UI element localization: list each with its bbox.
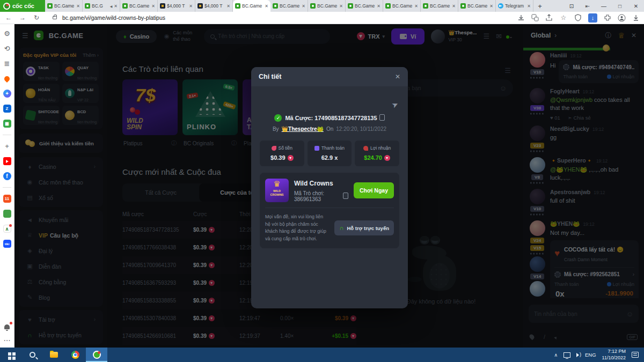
coccoc-brand-label: cốc cốc <box>12 3 34 9</box>
more-options-icon[interactable]: ⋯ <box>3 336 11 344</box>
bcgame-favicon <box>122 3 128 9</box>
trx-coin-icon <box>288 155 294 161</box>
tab-close-icon[interactable] <box>414 4 418 9</box>
browser-tab[interactable]: BC.Game <box>346 0 383 12</box>
maximize-button[interactable]: □ <box>612 3 628 9</box>
tab-close-icon[interactable] <box>452 4 456 9</box>
extensions-icon[interactable] <box>604 14 611 21</box>
bet-author-line: By 👑Thespectre🐸 On 12:20:20, 10/11/2022 <box>260 126 399 132</box>
action-center-icon[interactable] <box>632 352 639 358</box>
forward-icon[interactable]: → <box>18 14 27 21</box>
shop-sale-icon[interactable]: 11 <box>3 195 11 203</box>
stat-amount: Số tiền $0.39 <box>260 141 304 166</box>
copy-icon[interactable] <box>380 115 385 121</box>
tab-close-icon[interactable] <box>527 4 531 9</box>
tab-search-icon[interactable]: ⊡ <box>564 3 580 9</box>
tab-close-icon[interactable] <box>226 4 230 9</box>
back-icon[interactable]: ← <box>4 14 13 21</box>
notification-bell-icon[interactable] <box>3 323 11 331</box>
volume-icon[interactable] <box>576 353 579 357</box>
reload-icon[interactable]: ↻ <box>32 14 41 21</box>
browser-tab[interactable]: BC.Game <box>421 0 458 12</box>
shield-icon[interactable] <box>574 14 582 21</box>
minimize-button[interactable]: — <box>596 3 612 9</box>
download-active-icon[interactable]: ↓ <box>588 13 597 23</box>
window-controls: ⊡ ⇤ — □ ✕ <box>564 0 644 12</box>
close-window-button[interactable]: ✕ <box>628 3 644 9</box>
reading-list-icon[interactable]: ≣ <box>3 60 11 68</box>
tab-close-icon[interactable] <box>302 4 305 9</box>
tab-close-icon[interactable] <box>339 4 343 9</box>
clock[interactable]: 7:12 PM11/10/2022 <box>602 349 626 361</box>
divider <box>3 135 11 135</box>
browser-tab[interactable]: $4,000 T <box>195 0 233 12</box>
save-page-icon[interactable] <box>517 14 525 21</box>
crown-icon: ♛ <box>265 179 289 189</box>
tiki-icon[interactable]: tiki <box>3 240 11 248</box>
play-now-button[interactable]: Chơi Ngay <box>354 182 394 198</box>
tab-close-icon[interactable] <box>265 4 268 9</box>
url-field[interactable]: bc.game/vi/game/wild-crowns-by-platipus <box>62 14 512 21</box>
modal-close-icon[interactable]: ✕ <box>395 73 400 80</box>
bet-datetime: 12:20:20, 10/11/2022 <box>336 126 386 132</box>
tab-audio-icon[interactable] <box>110 3 113 9</box>
coccoc-taskbar-icon[interactable] <box>86 348 107 362</box>
bet-details-modal: Chi tiết ✕ ➤ ✓ Mã Cược: 1749085187347728… <box>251 67 408 308</box>
new-tab-button[interactable] <box>533 0 546 12</box>
bcgame-favicon <box>85 3 90 9</box>
session-restore-icon[interactable]: ⇤ <box>580 3 596 9</box>
games-icon[interactable]: ▦ <box>3 120 11 128</box>
live-support-button[interactable]: ∩Hỗ trợ trực tuyến <box>334 220 394 235</box>
lock-icon[interactable] <box>53 16 57 19</box>
profile-icon[interactable] <box>618 14 626 22</box>
tab-close-icon[interactable] <box>114 4 118 9</box>
tray-expand-icon[interactable]: ∧ <box>554 352 558 358</box>
copy-icon[interactable] <box>344 194 348 199</box>
browser-tab[interactable]: BC.Game <box>270 0 308 12</box>
browser-tab-strip: cốc cốc BC.Game BC.G BC.Game $4,000 T $4… <box>0 0 644 12</box>
telegram-favicon <box>498 3 503 9</box>
facebook-icon[interactable]: f <box>3 172 11 180</box>
tab-close-icon[interactable] <box>76 4 80 9</box>
share-icon[interactable] <box>545 14 553 21</box>
translate-icon[interactable] <box>531 14 539 21</box>
downloads-icon[interactable] <box>632 14 640 21</box>
store-icon[interactable] <box>3 210 11 218</box>
browser-tab[interactable]: BC.G <box>83 0 120 12</box>
start-button[interactable] <box>0 348 21 362</box>
bet-author-link[interactable]: 👑Thespectre🐸 <box>282 126 324 132</box>
game-name: Wild Crowns <box>294 180 333 187</box>
bcgame-favicon <box>385 3 391 9</box>
tab-close-icon[interactable] <box>377 4 380 9</box>
browser-tab[interactable]: Telegram <box>496 0 533 12</box>
file-explorer-icon[interactable] <box>43 348 64 362</box>
game-id-text: Mã Trò chơi: 386961363 <box>294 190 340 202</box>
settings-gear-icon[interactable]: ⚙ <box>3 29 11 38</box>
tab-close-icon[interactable] <box>189 4 193 9</box>
tab-close-icon[interactable] <box>489 4 493 9</box>
browser-tab-active[interactable]: BC.Game <box>233 0 270 12</box>
taskbar-search-icon[interactable] <box>21 348 43 362</box>
history-icon[interactable]: ⟲ <box>3 45 11 53</box>
coccoc-brand: cốc cốc <box>0 0 45 12</box>
zalo-icon[interactable]: Z <box>3 105 11 113</box>
network-icon[interactable] <box>564 352 570 358</box>
bookmark-star-icon[interactable]: ☆ <box>559 14 568 21</box>
language-indicator[interactable]: ENG <box>585 352 596 358</box>
browser-tab[interactable]: BC.Game <box>120 0 158 12</box>
game-thumbnail[interactable]: ♛ WILD CROWNS <box>265 179 289 202</box>
hot-trending-icon[interactable] <box>3 75 11 83</box>
add-shortcut-icon[interactable]: + <box>3 142 11 150</box>
share-bet-icon[interactable]: ➤ <box>390 99 399 109</box>
chrome-icon[interactable] <box>64 348 86 362</box>
browser-tab[interactable]: BC.Game <box>458 0 496 12</box>
verified-icon: ✓ <box>274 114 282 122</box>
browser-tab[interactable]: BC.Game <box>308 0 346 12</box>
browser-tab[interactable]: BC.Game <box>383 0 421 12</box>
tab-close-icon[interactable] <box>151 4 155 9</box>
browser-tab[interactable]: BC.Game <box>45 0 83 12</box>
browser-tab[interactable]: $4,000 T <box>158 0 195 12</box>
education-icon[interactable]: ∧ <box>3 225 11 233</box>
youtube-icon[interactable] <box>3 157 11 165</box>
messenger-icon[interactable]: ✦ <box>3 90 11 98</box>
